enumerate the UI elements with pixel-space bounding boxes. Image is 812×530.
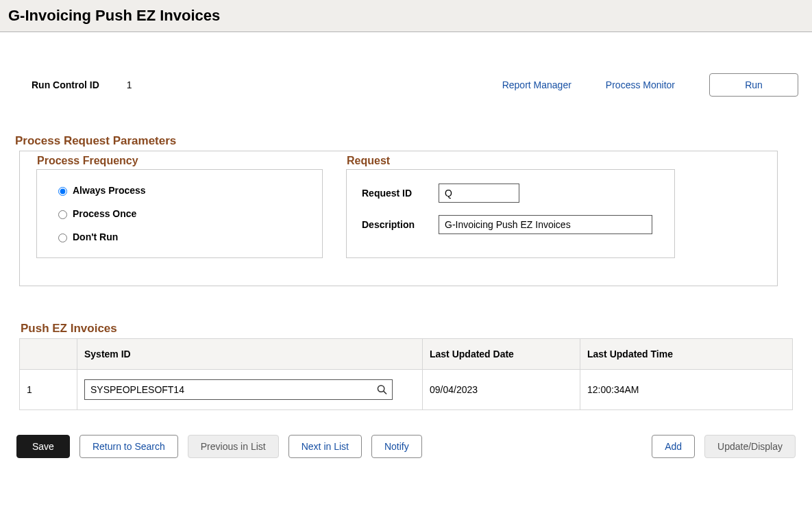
- col-rownum: [20, 339, 77, 370]
- radio-process-once-label[interactable]: Process Once: [73, 208, 136, 219]
- process-request-params-box: Process Frequency Always Process Process…: [19, 151, 778, 286]
- next-in-list-button[interactable]: Next in List: [288, 435, 362, 458]
- col-last-updated-time: Last Updated Time: [580, 339, 793, 370]
- request-id-input[interactable]: [439, 184, 519, 203]
- process-frequency-fieldset: Process Frequency Always Process Process…: [36, 169, 323, 258]
- radio-dont-run-label[interactable]: Don't Run: [73, 231, 118, 242]
- previous-in-list-button: Previous in List: [188, 435, 279, 458]
- system-id-input[interactable]: [84, 379, 393, 400]
- run-control-id-value: 1: [127, 79, 132, 90]
- process-request-params-title: Process Request Parameters: [15, 134, 798, 148]
- save-button[interactable]: Save: [16, 435, 70, 458]
- update-display-button: Update/Display: [704, 435, 796, 458]
- svg-line-1: [383, 391, 386, 394]
- radio-process-once[interactable]: [58, 210, 67, 219]
- footer-toolbar: Save Return to Search Previous in List N…: [14, 435, 798, 458]
- request-fieldset: Request Request ID Description: [346, 169, 675, 258]
- run-button[interactable]: Run: [709, 73, 798, 97]
- process-frequency-legend: Process Frequency: [36, 155, 140, 167]
- request-id-label: Request ID: [362, 188, 439, 199]
- push-ez-invoices-title: Push EZ Invoices: [21, 322, 793, 336]
- page-header: G-Invoicing Push EZ Invoices: [0, 0, 812, 32]
- col-system-id: System ID: [77, 339, 423, 370]
- push-ez-invoices-table: System ID Last Updated Date Last Updated…: [19, 338, 793, 410]
- col-last-updated-date: Last Updated Date: [423, 339, 580, 370]
- cell-last-updated-date: 09/04/2023: [423, 370, 580, 410]
- radio-always-process-label[interactable]: Always Process: [73, 185, 146, 196]
- radio-always-process[interactable]: [58, 187, 67, 196]
- lookup-icon[interactable]: [377, 385, 387, 395]
- request-legend: Request: [345, 155, 391, 167]
- description-label: Description: [362, 219, 439, 230]
- process-monitor-link[interactable]: Process Monitor: [606, 79, 675, 90]
- row-number: 1: [20, 370, 77, 410]
- run-control-row: Run Control ID 1 Report Manager Process …: [32, 73, 798, 97]
- page-title: G-Invoicing Push EZ Invoices: [8, 7, 804, 25]
- notify-button[interactable]: Notify: [371, 435, 422, 458]
- return-to-search-button[interactable]: Return to Search: [79, 435, 178, 458]
- cell-last-updated-time: 12:00:34AM: [580, 370, 793, 410]
- radio-dont-run[interactable]: [58, 234, 67, 242]
- cell-system-id: [77, 370, 423, 410]
- report-manager-link[interactable]: Report Manager: [502, 79, 571, 90]
- table-row: 1 09/04/2023 12: [20, 370, 793, 410]
- description-input[interactable]: [439, 215, 652, 234]
- run-control-id-label: Run Control ID: [32, 79, 99, 90]
- add-button[interactable]: Add: [652, 435, 695, 458]
